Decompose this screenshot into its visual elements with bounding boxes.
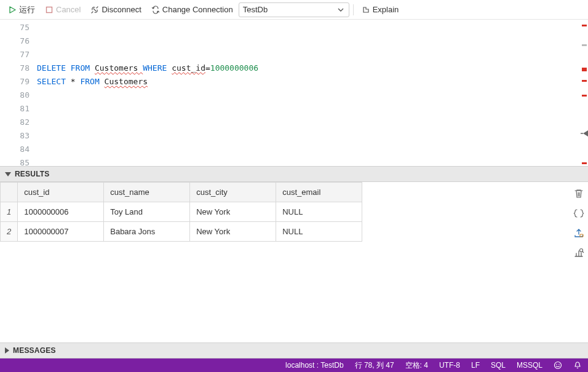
svg-point-5: [580, 249, 583, 252]
code-line[interactable]: [37, 21, 588, 34]
export-icon[interactable]: [573, 228, 584, 239]
column-header[interactable]: cust_city: [190, 183, 276, 202]
error-marker[interactable]: [582, 68, 587, 71]
messages-panel-header[interactable]: MESSAGES: [0, 342, 588, 358]
svg-point-7: [555, 362, 562, 369]
svg-marker-0: [10, 7, 15, 13]
svg-line-6: [582, 251, 584, 253]
error-marker[interactable]: [582, 25, 587, 26]
disconnect-label: Disconnect: [101, 5, 141, 14]
row-number: 1: [1, 202, 18, 222]
table-cell[interactable]: 1000000006: [18, 202, 104, 222]
toolbar: 运行 Cancel Disconnect Change Connection T…: [0, 0, 588, 20]
chart-icon[interactable]: [573, 247, 584, 258]
play-icon: [8, 6, 17, 14]
error-marker[interactable]: [582, 95, 587, 97]
code-line[interactable]: [37, 129, 588, 143]
status-indent[interactable]: 空格: 4: [405, 360, 428, 371]
code-line[interactable]: [37, 48, 588, 61]
row-number: 2: [1, 222, 18, 242]
column-header[interactable]: cust_id: [18, 183, 104, 202]
code-line[interactable]: [37, 116, 588, 129]
status-connection[interactable]: localhost : TestDb: [285, 361, 344, 370]
disconnect-icon: [90, 6, 99, 14]
change-connection-icon: [151, 6, 160, 14]
error-marker[interactable]: [582, 162, 587, 164]
disconnect-button[interactable]: Disconnect: [86, 3, 145, 16]
run-button[interactable]: 运行: [4, 2, 39, 17]
smiley-icon[interactable]: [554, 361, 562, 370]
table-cell[interactable]: 1000000007: [18, 222, 104, 242]
code-line[interactable]: [37, 89, 588, 102]
table-row[interactable]: 21000000007Babara JonsNew YorkNULL: [1, 222, 362, 242]
table-cell[interactable]: Toy Land: [104, 202, 190, 222]
table-cell[interactable]: NULL: [276, 202, 362, 222]
line-number-gutter: 7576777879808182838485: [0, 20, 37, 166]
editor[interactable]: 7576777879808182838485 DELETE FROM Custo…: [0, 20, 588, 166]
code-line[interactable]: [37, 34, 588, 48]
messages-panel-label: MESSAGES: [13, 346, 56, 355]
svg-marker-2: [583, 130, 588, 137]
table-cell[interactable]: New York: [190, 202, 276, 222]
cancel-button[interactable]: Cancel: [41, 3, 85, 16]
code-line[interactable]: [37, 156, 588, 170]
cancel-label: Cancel: [56, 5, 81, 14]
status-encoding[interactable]: UTF-8: [439, 361, 460, 370]
collapse-down-icon: [5, 172, 11, 176]
change-connection-button[interactable]: Change Connection: [147, 3, 237, 16]
results-panel-label: RESULTS: [15, 170, 50, 178]
error-marker[interactable]: [582, 80, 587, 82]
change-connection-label: Change Connection: [162, 5, 233, 14]
results-table-wrap[interactable]: cust_idcust_namecust_citycust_email 1100…: [0, 182, 570, 342]
column-header[interactable]: cust_email: [276, 183, 362, 202]
marker-rail: [581, 20, 588, 166]
code-line[interactable]: [37, 143, 588, 156]
svg-rect-1: [47, 7, 52, 12]
bell-icon[interactable]: [573, 361, 582, 370]
explain-button[interactable]: Explain: [357, 3, 403, 16]
svg-point-8: [556, 364, 557, 365]
code-line[interactable]: [37, 102, 588, 116]
code-area[interactable]: DELETE FROM Customers WHERE cust_id=1000…: [37, 20, 588, 166]
code-line[interactable]: SELECT * FROM Customers: [37, 75, 588, 89]
status-language[interactable]: SQL: [491, 361, 506, 370]
code-line[interactable]: DELETE FROM Customers WHERE cust_id=1000…: [37, 61, 588, 75]
results-table: cust_idcust_namecust_citycust_email 1100…: [0, 182, 362, 242]
status-eol[interactable]: LF: [471, 361, 480, 370]
stop-icon: [45, 6, 54, 14]
results-side-tools: [570, 182, 588, 342]
info-marker[interactable]: [582, 44, 587, 46]
trash-icon[interactable]: [573, 188, 584, 199]
connection-select[interactable]: TestDb: [239, 2, 349, 17]
explain-icon: [362, 6, 370, 14]
json-icon[interactable]: [573, 208, 584, 219]
explain-label: Explain: [373, 5, 399, 14]
table-row[interactable]: 11000000006Toy LandNew YorkNULL: [1, 202, 362, 222]
toolbar-separator: [353, 4, 354, 15]
table-cell[interactable]: Babara Jons: [104, 222, 190, 242]
status-cursor-position[interactable]: 行 78, 列 47: [355, 360, 394, 371]
collapse-right-icon: [5, 347, 9, 354]
status-dialect[interactable]: MSSQL: [517, 361, 542, 370]
table-corner: [1, 183, 18, 202]
table-cell[interactable]: NULL: [276, 222, 362, 242]
chevron-down-icon: [336, 6, 345, 14]
connection-select-value: TestDb: [243, 5, 268, 14]
cursor-marker[interactable]: [581, 129, 588, 135]
results-area: cust_idcust_namecust_citycust_email 1100…: [0, 182, 588, 342]
svg-point-9: [558, 364, 560, 365]
status-bar: localhost : TestDb 行 78, 列 47 空格: 4 UTF-…: [0, 358, 588, 372]
table-cell[interactable]: New York: [190, 222, 276, 242]
column-header[interactable]: cust_name: [104, 183, 190, 202]
run-label: 运行: [19, 4, 35, 15]
